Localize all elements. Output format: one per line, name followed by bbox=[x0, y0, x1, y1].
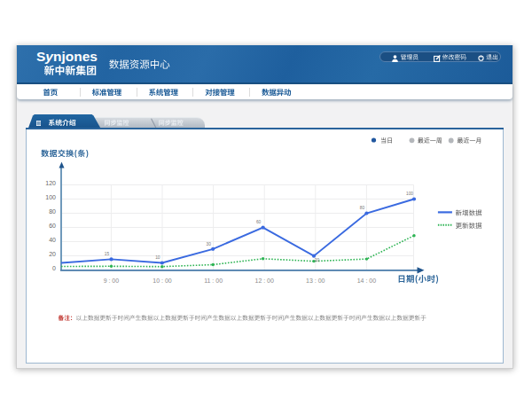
svg-text:13 : 00: 13 : 00 bbox=[306, 278, 325, 284]
svg-text:100: 100 bbox=[45, 194, 56, 200]
svg-text:14 : 00: 14 : 00 bbox=[357, 278, 377, 284]
svg-text:10 : 00: 10 : 00 bbox=[153, 278, 172, 284]
svg-text:60: 60 bbox=[49, 223, 56, 229]
svg-text:11 : 00: 11 : 00 bbox=[204, 278, 223, 284]
svg-text:80: 80 bbox=[49, 208, 56, 215]
svg-text:100: 100 bbox=[406, 192, 413, 196]
svg-text:0: 0 bbox=[52, 265, 56, 271]
svg-text:20: 20 bbox=[315, 258, 320, 262]
svg-text:80: 80 bbox=[360, 206, 365, 210]
svg-text:120: 120 bbox=[45, 180, 56, 186]
svg-text:10: 10 bbox=[155, 255, 160, 260]
svg-text:40: 40 bbox=[49, 237, 56, 243]
svg-text:15: 15 bbox=[105, 252, 110, 256]
svg-text:9 : 00: 9 : 00 bbox=[104, 278, 120, 284]
svg-text:20: 20 bbox=[49, 251, 56, 257]
svg-text:60: 60 bbox=[256, 220, 262, 224]
svg-text:12 : 00: 12 : 00 bbox=[254, 278, 274, 284]
svg-text:30: 30 bbox=[207, 242, 212, 246]
